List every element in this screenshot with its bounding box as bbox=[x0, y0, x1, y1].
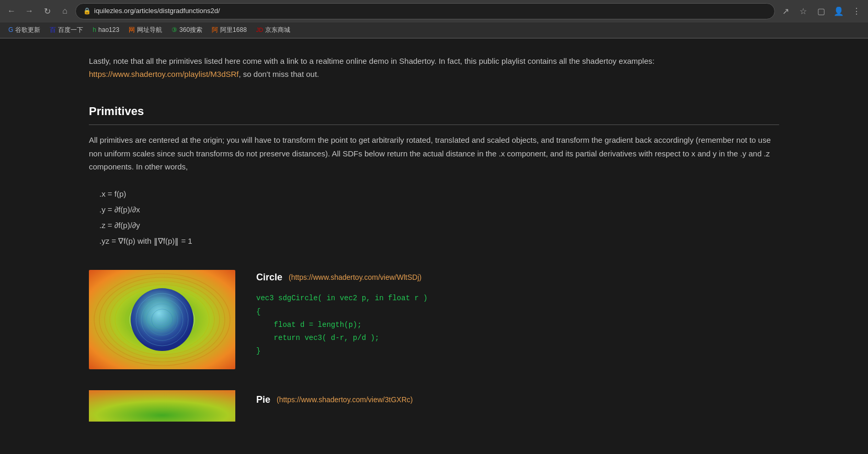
math-line-1: .x = f(p) bbox=[99, 186, 779, 202]
circle-sdf-svg bbox=[89, 270, 235, 369]
bookmark-nav[interactable]: 网 网址导航 bbox=[124, 24, 166, 36]
pie-demo-link[interactable]: (https://www.shadertoy.com/view/3tGXRc) bbox=[277, 394, 413, 405]
back-button[interactable]: ← bbox=[4, 4, 19, 18]
intro-paragraph: Lastly, note that all the primitives lis… bbox=[89, 54, 779, 81]
circle-shape bbox=[131, 288, 193, 351]
page-content: Lastly, note that all the primitives lis… bbox=[68, 39, 800, 453]
math-block: .x = f(p) .y = ∂f(p)/∂x .z = ∂f(p)/∂y .y… bbox=[99, 186, 779, 249]
bookmark-label: 网址导航 bbox=[137, 25, 162, 35]
bookmark-favicon-baidu: 百 bbox=[50, 25, 56, 35]
pie-title-row: Pie (https://www.shadertoy.com/view/3tGX… bbox=[256, 392, 779, 407]
bookmark-favicon-1688: 阿 bbox=[212, 25, 218, 35]
bookmark-favicon-jd: JD bbox=[256, 26, 263, 35]
address-bar[interactable]: 🔒 iquilezles.org/articles/distgradfuncti… bbox=[75, 3, 775, 19]
pie-preview-image bbox=[89, 390, 235, 422]
circle-code: vec3 sdgCircle( in vec2 p, in float r ) … bbox=[256, 292, 779, 358]
bookmark-label: 百度一下 bbox=[58, 25, 83, 35]
math-line-2: .y = ∂f(p)/∂x bbox=[99, 202, 779, 218]
bookmark-label: 360搜索 bbox=[179, 25, 202, 35]
pie-primitive-info: Pie (https://www.shadertoy.com/view/3tGX… bbox=[256, 390, 779, 407]
reload-button[interactable]: ↻ bbox=[40, 4, 54, 18]
browser-toolbar: ← → ↻ ⌂ 🔒 iquilezles.org/articles/distgr… bbox=[0, 0, 868, 22]
primitive-circle-entry: Circle (https://www.shadertoy.com/view/W… bbox=[89, 270, 779, 369]
circle-demo-link[interactable]: (https://www.shadertoy.com/view/WltSDj) bbox=[289, 271, 421, 283]
bookmark-favicon-360: ③ bbox=[172, 25, 177, 35]
section-title: Primitives bbox=[89, 102, 779, 125]
browser-chrome: ← → ↻ ⌂ 🔒 iquilezles.org/articles/distgr… bbox=[0, 0, 868, 39]
bookmark-1688[interactable]: 阿 阿里1688 bbox=[208, 24, 251, 36]
bookmark-baidu[interactable]: 百 百度一下 bbox=[45, 24, 87, 36]
bookmark-label: 阿里1688 bbox=[220, 25, 247, 35]
playlist-link[interactable]: https://www.shadertoy.com/playlist/M3dSR… bbox=[89, 70, 239, 78]
bookmark-label: 京东商城 bbox=[265, 25, 290, 35]
share-button[interactable]: ↗ bbox=[778, 4, 793, 18]
math-line-3: .z = ∂f(p)/∂y bbox=[99, 218, 779, 233]
circle-primitive-info: Circle (https://www.shadertoy.com/view/W… bbox=[256, 270, 779, 358]
circle-name: Circle bbox=[256, 270, 282, 285]
bookmark-label: 谷歌更新 bbox=[15, 25, 40, 35]
bookmark-hao123[interactable]: h hao123 bbox=[88, 24, 123, 36]
pie-sdf-svg bbox=[89, 390, 235, 422]
primitives-description: All primitives are centered at the origi… bbox=[89, 133, 779, 174]
circle-title-row: Circle (https://www.shadertoy.com/view/W… bbox=[256, 270, 779, 285]
bookmark-360[interactable]: ③ 360搜索 bbox=[167, 24, 207, 36]
lock-icon: 🔒 bbox=[83, 6, 91, 16]
menu-button[interactable]: ⋮ bbox=[849, 4, 864, 18]
intro-suffix: , so don't miss that out. bbox=[239, 70, 319, 78]
bookmark-jd[interactable]: JD 京东商城 bbox=[252, 24, 294, 36]
math-line-4: .yz = ∇f(p) with ‖∇f(p)‖ = 1 bbox=[99, 233, 779, 249]
bookmarks-bar: G 谷歌更新 百 百度一下 h hao123 网 网址导航 ③ 360搜索 阿 … bbox=[0, 22, 868, 38]
bookmark-favicon-google: G bbox=[8, 25, 13, 35]
bookmark-favicon-nav: 网 bbox=[129, 25, 135, 35]
url-text: iquilezles.org/articles/distgradfunction… bbox=[94, 6, 767, 17]
primitive-pie-entry: Pie (https://www.shadertoy.com/view/3tGX… bbox=[89, 390, 779, 422]
intro-text-before-link: Lastly, note that all the primitives lis… bbox=[89, 56, 655, 65]
forward-button[interactable]: → bbox=[22, 4, 37, 18]
tab-button[interactable]: ▢ bbox=[814, 4, 828, 18]
bookmark-favicon-hao123: h bbox=[93, 25, 96, 35]
bookmark-label: hao123 bbox=[98, 25, 119, 35]
svg-rect-20 bbox=[89, 390, 235, 422]
circle-preview-image bbox=[89, 270, 235, 369]
profile-button[interactable]: 👤 bbox=[831, 4, 846, 18]
bookmark-google[interactable]: G 谷歌更新 bbox=[4, 24, 44, 36]
pie-name: Pie bbox=[256, 392, 270, 407]
home-button[interactable]: ⌂ bbox=[58, 4, 72, 18]
bookmark-button[interactable]: ☆ bbox=[796, 4, 810, 18]
